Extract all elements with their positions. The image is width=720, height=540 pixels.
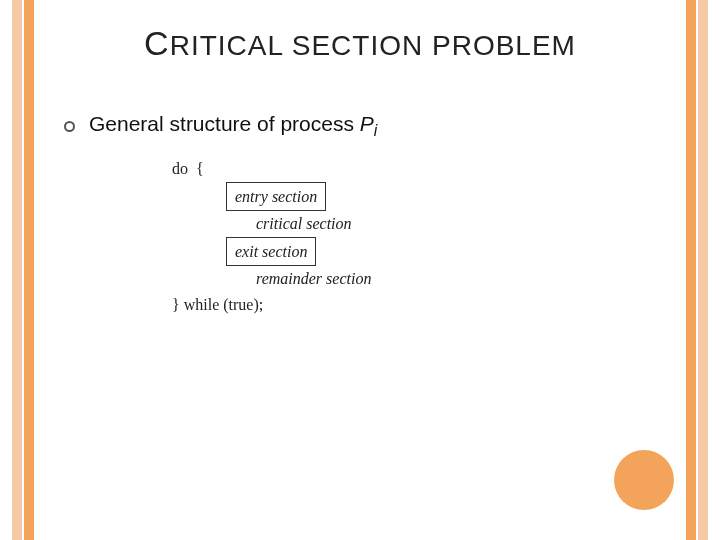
code-while-keyword: } while (true); xyxy=(172,296,263,313)
process-subscript: i xyxy=(374,122,378,139)
pseudocode-block: do { entry section critical section exit… xyxy=(172,156,371,318)
slide-title: CRITICAL SECTION PROBLEM xyxy=(0,24,720,63)
code-remainder-row: remainder section xyxy=(172,266,371,292)
left-stripe-inner xyxy=(24,0,34,540)
exit-section-box: exit section xyxy=(226,237,316,267)
code-do-open: do { xyxy=(172,156,371,182)
critical-section-text: critical section xyxy=(256,215,352,232)
bullet-row: General structure of process Pi xyxy=(64,112,660,140)
bullet-prefix: General structure of process xyxy=(89,112,360,135)
left-stripe-outer xyxy=(12,0,22,540)
code-exit-row: exit section xyxy=(172,237,371,267)
code-close-row: } while (true); xyxy=(172,292,371,318)
code-critical-row: critical section xyxy=(172,211,371,237)
decorative-circle-icon xyxy=(614,450,674,510)
title-lead-cap: C xyxy=(144,24,170,62)
title-rest: RITICAL SECTION PROBLEM xyxy=(170,30,576,61)
process-symbol: P xyxy=(360,112,374,135)
remainder-section-text: remainder section xyxy=(256,270,371,287)
right-stripe-outer xyxy=(698,0,708,540)
right-stripe-inner xyxy=(686,0,696,540)
code-entry-row: entry section xyxy=(172,182,371,212)
entry-section-box: entry section xyxy=(226,182,326,212)
bullet-text: General structure of process Pi xyxy=(89,112,377,140)
code-do-keyword: do { xyxy=(172,160,204,177)
bullet-marker-icon xyxy=(64,121,75,132)
